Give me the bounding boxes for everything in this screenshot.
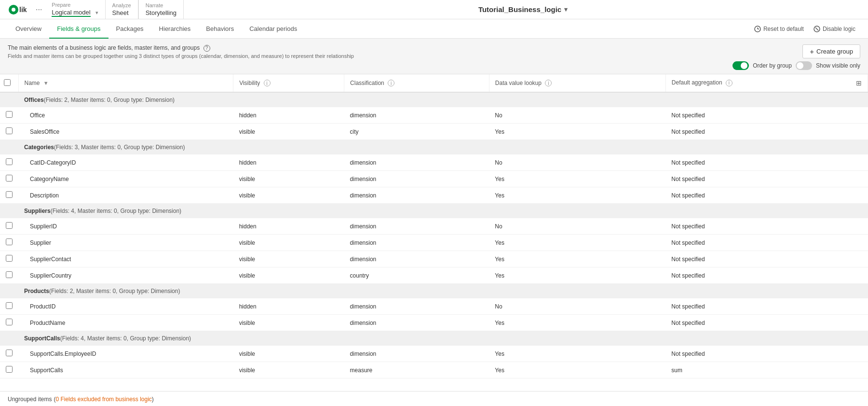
row-name: ProductName [18, 315, 233, 331]
description-sub: Fields and master items can be grouped t… [8, 53, 354, 59]
row-name: ProductID [18, 298, 233, 315]
header-default-aggregation: Default aggregation i ⊞ [665, 74, 868, 92]
header-name: Name ▼ [18, 74, 233, 92]
app-title-dropdown-arrow[interactable]: ▾ [564, 6, 568, 13]
plus-icon: + [810, 47, 814, 56]
row-name: Description [18, 187, 233, 204]
group-row-name: Suppliers(Fields: 4, Master items: 0, Gr… [18, 204, 868, 219]
tab-packages[interactable]: Packages [108, 20, 151, 39]
data-value-lookup-info-icon[interactable]: i [545, 80, 552, 86]
table-row: SupportCalls visible measure Yes sum [0, 362, 868, 378]
show-visible-only-toggle[interactable] [796, 61, 812, 70]
row-name: SupportCalls [18, 362, 233, 378]
row-checkbox[interactable] [6, 350, 13, 356]
row-data-value-lookup: Yes [489, 124, 665, 140]
description-block: The main elements of a business logic ar… [8, 44, 354, 59]
visibility-info-icon[interactable]: i [264, 80, 271, 86]
row-data-value-lookup: Yes [489, 171, 665, 187]
group-row-name: SupportCalls(Fields: 4, Master items: 0,… [18, 331, 868, 346]
group-row-name: Products(Fields: 2, Master items: 0, Gro… [18, 284, 868, 299]
table-row: ProductID hidden dimension No Not specif… [0, 298, 868, 315]
row-visibility: visible [233, 362, 344, 378]
row-checkbox[interactable] [6, 158, 13, 165]
narrate-nav-section[interactable]: Narrate Storytelling [138, 0, 184, 19]
row-classification: dimension [344, 171, 489, 187]
row-checkbox-cell [0, 107, 18, 124]
group-row-checkbox-cell [0, 92, 18, 107]
header-data-value-lookup: Data value lookup i [489, 74, 665, 92]
group-row-checkbox-cell [0, 284, 18, 299]
row-checkbox[interactable] [6, 319, 13, 325]
row-default-aggregation: Not specified [665, 315, 868, 331]
help-icon[interactable]: ? [203, 45, 210, 52]
default-aggregation-info-icon[interactable]: i [726, 80, 732, 86]
row-checkbox-cell [0, 218, 18, 235]
row-name: SalesOffice [18, 124, 233, 140]
tab-overview[interactable]: Overview [8, 20, 49, 39]
top-navigation-bar: lik ··· Prepare Logical model ▾ Analyze … [0, 0, 868, 19]
row-name: CategoryName [18, 171, 233, 187]
row-data-value-lookup: No [489, 218, 665, 235]
row-checkbox[interactable] [6, 191, 13, 198]
select-all-checkbox[interactable] [4, 79, 11, 86]
row-checkbox[interactable] [6, 238, 13, 245]
analyze-nav-section[interactable]: Analyze Sheet [106, 0, 138, 19]
sheet-label: Sheet [112, 9, 131, 16]
row-default-aggregation: Not specified [665, 171, 868, 187]
row-data-value-lookup: Yes [489, 251, 665, 267]
more-menu-button[interactable]: ··· [33, 5, 45, 14]
group-row: Offices(Fields: 2, Master items: 0, Grou… [0, 92, 868, 107]
order-by-group-toggle[interactable] [732, 61, 749, 70]
row-default-aggregation: Not specified [665, 187, 868, 204]
group-row: Categories(Fields: 3, Master items: 0, G… [0, 140, 868, 155]
name-filter-icon[interactable]: ▼ [43, 80, 49, 86]
row-checkbox-cell [0, 187, 18, 204]
row-classification: dimension [344, 235, 489, 251]
row-visibility: hidden [233, 298, 344, 315]
tab-calendar-periods[interactable]: Calendar periods [242, 20, 305, 39]
prepare-nav-section[interactable]: Prepare Logical model ▾ [45, 0, 105, 19]
row-checkbox[interactable] [6, 366, 13, 373]
row-name: SupplierCountry [18, 267, 233, 284]
tab-behaviors[interactable]: Behaviors [198, 20, 242, 39]
create-group-button[interactable]: + Create group [802, 44, 860, 58]
analyze-label: Analyze [112, 2, 131, 9]
row-checkbox-cell [0, 124, 18, 140]
row-name: CatID-CategoryID [18, 154, 233, 171]
row-visibility: visible [233, 235, 344, 251]
row-checkbox[interactable] [6, 111, 13, 118]
row-checkbox[interactable] [6, 175, 13, 182]
row-data-value-lookup: No [489, 154, 665, 171]
fields-groups-table: Name ▼ Visibility i Classification i Dat… [0, 74, 868, 378]
row-checkbox[interactable] [6, 271, 13, 278]
tab-hierarchies[interactable]: Hierarchies [151, 20, 199, 39]
row-checkbox[interactable] [6, 222, 13, 229]
classification-info-icon[interactable]: i [388, 80, 394, 86]
row-checkbox[interactable] [6, 127, 13, 134]
row-name: SupportCalls.EmployeeID [18, 346, 233, 362]
header-classification: Classification i [344, 74, 489, 92]
row-classification: dimension [344, 298, 489, 315]
storytelling-label: Storytelling [146, 9, 176, 16]
row-classification: dimension [344, 346, 489, 362]
table-row: SupportCalls.EmployeeID visible dimensio… [0, 346, 868, 362]
row-data-value-lookup: Yes [489, 346, 665, 362]
row-data-value-lookup: No [489, 298, 665, 315]
header-visibility: Visibility i [233, 74, 344, 92]
columns-settings-icon[interactable]: ⊞ [856, 79, 862, 87]
svg-text:lik: lik [19, 6, 27, 14]
row-classification: dimension [344, 107, 489, 124]
description-main: The main elements of a business logic ar… [8, 44, 200, 51]
tab-fields-groups[interactable]: Fields & groups [49, 20, 108, 39]
qlik-logo: lik [6, 3, 29, 16]
row-checkbox[interactable] [6, 255, 13, 262]
row-checkbox[interactable] [6, 302, 13, 309]
table-body: Offices(Fields: 2, Master items: 0, Grou… [0, 92, 868, 378]
header-checkbox-cell [0, 74, 18, 92]
row-classification: dimension [344, 251, 489, 267]
row-checkbox-cell [0, 251, 18, 267]
reset-to-default-button[interactable]: Reset to default [749, 24, 809, 34]
toggle-controls-row: Order by group Show visible only [732, 61, 860, 70]
row-data-value-lookup: Yes [489, 315, 665, 331]
disable-logic-button[interactable]: Disable logic [809, 24, 860, 34]
